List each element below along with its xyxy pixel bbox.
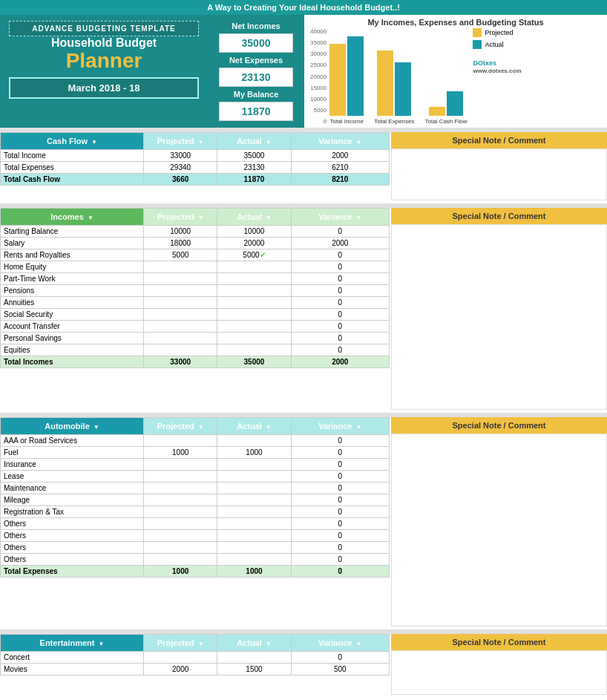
- cashflow-name-1: Total Expenses: [1, 162, 144, 174]
- incomes-actual-header[interactable]: Actual ▼: [217, 209, 291, 226]
- entertainment-projected-header[interactable]: Projected ▼: [144, 635, 217, 652]
- cashflow-note-body: [391, 148, 607, 200]
- automobile-variance-dropdown[interactable]: ▼: [356, 424, 362, 431]
- auto-projected-10: [144, 554, 217, 566]
- auto-actual-4: [217, 483, 291, 494]
- entertainment-actual-dropdown[interactable]: ▼: [266, 641, 272, 647]
- incomes-actual-0: 10000: [217, 226, 291, 238]
- cashflow-variance-dropdown[interactable]: ▼: [356, 139, 362, 145]
- incomes-row: Part-Time Work 0: [1, 273, 390, 285]
- chart-legend: Projected Actual DOtxes www.dotxes.com: [473, 28, 521, 74]
- household-budget-label: Household Budget: [9, 36, 199, 50]
- incomes-row: Account Transfer 0: [1, 321, 390, 333]
- incomes-projected-9: [144, 333, 217, 344]
- auto-name-2: Insurance: [1, 459, 144, 471]
- top-banner-text: A Way to Creating Your Ideal Household B…: [207, 3, 400, 12]
- incomes-section-header[interactable]: Incomes ▼: [1, 209, 144, 226]
- auto-actual-5: [217, 494, 291, 506]
- automobile-row: Registration & Tax 0: [1, 506, 390, 518]
- cashflow-actual-0: 35000: [217, 150, 291, 162]
- auto-variance-9: 0: [291, 542, 389, 554]
- auto-actual-9: [217, 542, 291, 554]
- auto-variance-0: 0: [291, 435, 389, 447]
- incomes-actual-5: [217, 285, 291, 297]
- cashflow-section-header[interactable]: Cash Flow ▼: [1, 133, 144, 150]
- ent-actual-1: 1500: [217, 664, 291, 676]
- chart-title: My Incomes, Expenses and Budgeting Statu…: [310, 18, 601, 27]
- incomes-variance-7: 0: [291, 309, 389, 321]
- automobile-row: AAA or Road Services 0: [1, 435, 390, 447]
- cashflow-variance-0: 2000: [291, 150, 389, 162]
- automobile-section-header[interactable]: Automobile ▼: [1, 418, 144, 435]
- cashflow-dropdown[interactable]: ▼: [91, 139, 97, 145]
- bar-expenses-actual: [395, 62, 411, 116]
- chart-group-income: Total Income: [329, 36, 364, 125]
- incomes-projected-header[interactable]: Projected ▼: [144, 209, 217, 226]
- dotxes-logo: DOtxes www.dotxes.com: [473, 59, 521, 74]
- automobile-dropdown[interactable]: ▼: [93, 424, 99, 431]
- incomes-row: Starting Balance 10000 10000 0: [1, 226, 390, 238]
- incomes-variance-3: 0: [291, 261, 389, 273]
- ent-variance-0: 0: [291, 652, 389, 664]
- auto-actual-10: [217, 554, 291, 566]
- cashflow-name-2: Total Cash Flow: [1, 174, 144, 186]
- legend-actual-box: [473, 40, 482, 49]
- entertainment-note-section: Special Note / Comment: [391, 634, 607, 695]
- entertainment-section-header[interactable]: Entertainment ▼: [1, 635, 144, 652]
- incomes-note-header: Special Note / Comment: [391, 208, 607, 224]
- automobile-tbody: AAA or Road Services 0 Fuel 1000 1000 0 …: [1, 435, 390, 578]
- automobile-row: Others 0: [1, 542, 390, 554]
- entertainment-variance-header[interactable]: Variance ▼: [291, 635, 389, 652]
- incomes-variance-dropdown[interactable]: ▼: [356, 215, 362, 221]
- cashflow-table: Cash Flow ▼ Projected ▼ Actual ▼ Varianc…: [0, 132, 390, 186]
- ent-name-0: Concert: [1, 652, 144, 664]
- auto-name-5: Mileage: [1, 494, 144, 506]
- automobile-actual-dropdown[interactable]: ▼: [266, 424, 272, 431]
- auto-actual-8: [217, 530, 291, 542]
- incomes-proj-dropdown[interactable]: ▼: [198, 215, 204, 221]
- entertainment-dropdown[interactable]: ▼: [99, 641, 105, 647]
- cashflow-projected-header[interactable]: Projected ▼: [144, 133, 217, 150]
- auto-variance-4: 0: [291, 483, 389, 494]
- auto-projected-5: [144, 494, 217, 506]
- cashflow-proj-dropdown[interactable]: ▼: [198, 139, 204, 145]
- legend-projected: Projected: [473, 28, 521, 37]
- incomes-row: Home Equity 0: [1, 261, 390, 273]
- chart-label-income: Total Income: [330, 118, 364, 125]
- cashflow-variance-header[interactable]: Variance ▼: [291, 133, 389, 150]
- automobile-header-row: Automobile ▼ Projected ▼ Actual ▼ Varian…: [1, 418, 390, 435]
- auto-actual-1: 1000: [217, 447, 291, 459]
- incomes-dropdown[interactable]: ▼: [88, 215, 93, 221]
- incomes-actual-6: [217, 297, 291, 309]
- automobile-row: Maintenance 0: [1, 483, 390, 494]
- incomes-variance-header[interactable]: Variance ▼: [291, 209, 389, 226]
- automobile-variance-header[interactable]: Variance ▼: [291, 418, 389, 435]
- cashflow-actual-2: 11870: [217, 174, 291, 186]
- ent-variance-1: 500: [291, 664, 389, 676]
- my-balance-value: 11870: [219, 102, 293, 121]
- auto-total-projected: 1000: [144, 566, 217, 578]
- cashflow-actual-dropdown[interactable]: ▼: [266, 139, 272, 145]
- incomes-name-1: Salary: [1, 238, 144, 249]
- auto-variance-1: 0: [291, 447, 389, 459]
- automobile-actual-header[interactable]: Actual ▼: [217, 418, 291, 435]
- incomes-actual-dropdown[interactable]: ▼: [266, 215, 272, 221]
- auto-actual-2: [217, 459, 291, 471]
- incomes-name-5: Pensions: [1, 285, 144, 297]
- cashflow-projected-1: 29340: [144, 162, 217, 174]
- entertainment-variance-dropdown[interactable]: ▼: [356, 641, 362, 647]
- incomes-total-name: Total Incomes: [1, 356, 144, 368]
- auto-variance-7: 0: [291, 518, 389, 530]
- incomes-table-section: Incomes ▼ Projected ▼ Actual ▼ Variance …: [0, 208, 390, 410]
- automobile-proj-dropdown[interactable]: ▼: [198, 424, 204, 431]
- entertainment-actual-header[interactable]: Actual ▼: [217, 635, 291, 652]
- auto-projected-2: [144, 459, 217, 471]
- incomes-name-4: Part-Time Work: [1, 273, 144, 285]
- incomes-actual-2: 5000✔: [217, 249, 291, 261]
- entertainment-proj-dropdown[interactable]: ▼: [198, 641, 204, 647]
- incomes-projected-7: [144, 309, 217, 321]
- cashflow-row: Total Income 33000 35000 2000: [1, 150, 390, 162]
- automobile-projected-header[interactable]: Projected ▼: [144, 418, 217, 435]
- cashflow-actual-header[interactable]: Actual ▼: [217, 133, 291, 150]
- planner-title: Planner: [9, 50, 199, 73]
